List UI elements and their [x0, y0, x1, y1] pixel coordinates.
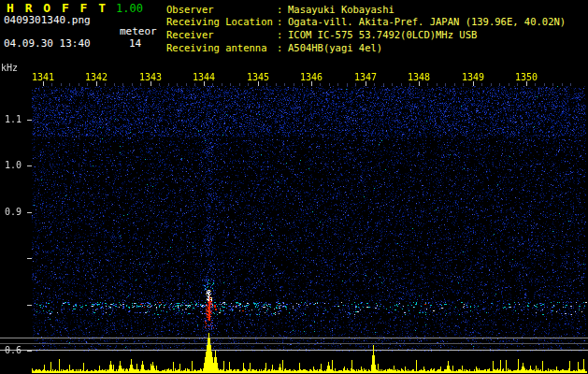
info-label: Receiver: [166, 29, 277, 40]
info-label: Observer: [166, 4, 277, 15]
info-row-receiver: Receiver : ICOM IC-575 53.7492(0LCD)MHz …: [166, 28, 566, 41]
info-label: Receiving antenna: [166, 42, 277, 53]
echo-count: 14: [129, 38, 141, 50]
info-row-location: Receiving Location : Ogata-vill. Akita-P…: [166, 16, 566, 29]
time-label: 1350: [515, 72, 538, 82]
mode-label: meteor: [120, 26, 157, 37]
info-separator: :: [277, 42, 286, 53]
freq-label: 0.6: [5, 345, 22, 355]
info-label: Receiving Location: [166, 16, 277, 27]
freq-label: 1.1: [5, 114, 22, 124]
freq-axis-unit: kHz: [1, 63, 18, 73]
info-separator: :: [277, 4, 286, 15]
info-separator: :: [277, 29, 286, 40]
info-value: ICOM IC-575 53.7492(0LCD)MHz USB: [288, 29, 477, 40]
info-separator: :: [277, 16, 286, 27]
time-label: 1341: [32, 72, 54, 82]
info-value: Masayuki Kobayashi: [288, 4, 394, 15]
output-filename: 0409301340.png: [4, 15, 91, 26]
time-label: 1349: [462, 72, 484, 82]
freq-label: 0.9: [5, 207, 22, 217]
datetime-label: 04.09.30 13:40: [4, 38, 91, 50]
time-label: 1342: [85, 72, 108, 82]
info-row-antenna: Receiving antenna : A504HB(yagi 4el): [166, 41, 566, 54]
time-label: 1345: [247, 72, 269, 82]
info-value: A504HB(yagi 4el): [288, 42, 382, 53]
info-row-observer: Observer : Masayuki Kobayashi: [166, 3, 566, 16]
app-version: 1.00: [116, 3, 143, 15]
freq-label: 1.0: [5, 160, 22, 170]
info-value: Ogata-vill. Akita-Pref. JAPAN (139.96E, …: [288, 16, 566, 27]
spectrogram-canvas: [0, 58, 588, 374]
time-label: 1344: [193, 72, 215, 82]
time-label: 1343: [139, 72, 162, 82]
observer-info: Observer : Masayuki Kobayashi Receiving …: [166, 3, 566, 53]
hrofft-window: H R O F F T 1.00 0409301340.png meteor 0…: [0, 0, 588, 374]
time-label: 1346: [300, 72, 323, 82]
time-label: 1347: [354, 72, 377, 82]
time-label: 1348: [408, 72, 430, 82]
